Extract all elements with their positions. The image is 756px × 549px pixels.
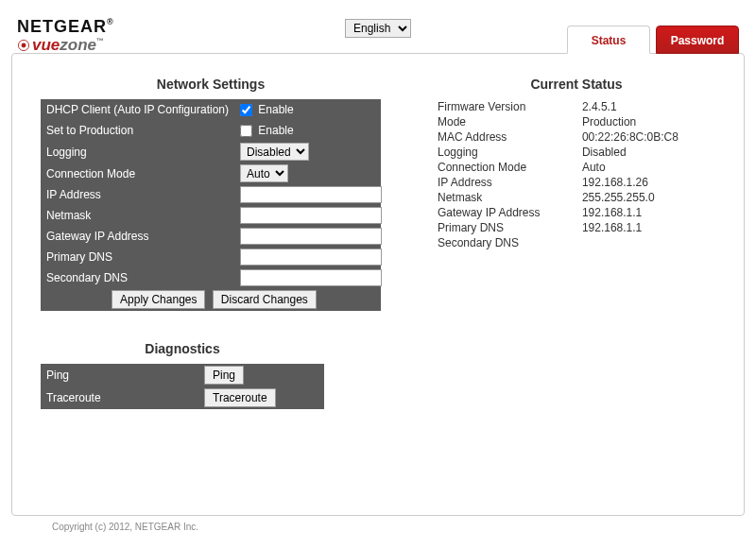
status-label: Primary DNS bbox=[438, 220, 582, 235]
status-label: Mode bbox=[438, 114, 582, 129]
diagnostics-box: Ping Ping Traceroute Traceroute bbox=[41, 364, 324, 409]
traceroute-button[interactable]: Traceroute bbox=[204, 388, 276, 407]
status-label: MAC Address bbox=[438, 129, 582, 145]
status-row: Connection ModeAuto bbox=[438, 160, 715, 175]
status-label: Connection Mode bbox=[438, 160, 582, 175]
tab-password[interactable]: Password bbox=[656, 26, 739, 54]
dhcp-enable-wrap[interactable]: Enable bbox=[240, 103, 294, 116]
dhcp-enable-text: Enable bbox=[258, 103, 293, 116]
main-panel: Network Settings DHCP Client (Auto IP Co… bbox=[11, 53, 745, 516]
sdns-input[interactable] bbox=[240, 269, 382, 286]
ping-button[interactable]: Ping bbox=[204, 366, 244, 385]
apply-changes-button[interactable]: Apply Changes bbox=[112, 290, 205, 309]
status-row: Firmware Version2.4.5.1 bbox=[438, 99, 715, 114]
status-label: Netmask bbox=[438, 190, 582, 205]
status-value: 192.168.1.1 bbox=[582, 220, 715, 235]
status-value bbox=[582, 235, 715, 250]
current-status-column: Current Status Firmware Version2.4.5.1Mo… bbox=[438, 71, 715, 250]
ip-input[interactable] bbox=[240, 186, 382, 203]
status-row: Gateway IP Address192.168.1.1 bbox=[438, 205, 715, 220]
gateway-input[interactable] bbox=[240, 228, 382, 245]
dhcp-enable-checkbox[interactable] bbox=[240, 104, 252, 116]
star-icon bbox=[17, 39, 30, 52]
language-select[interactable]: English bbox=[345, 19, 411, 38]
footer-copyright: Copyright (c) 2012, NETGEAR Inc. bbox=[0, 516, 756, 532]
status-row: Primary DNS192.168.1.1 bbox=[438, 220, 715, 235]
diagnostics-section: Diagnostics Ping Ping Traceroute Tracero… bbox=[41, 341, 324, 409]
current-status-heading: Current Status bbox=[438, 77, 715, 92]
status-row: MAC Address00:22:26:8C:0B:C8 bbox=[438, 129, 715, 145]
sdns-label: Secondary DNS bbox=[41, 267, 234, 288]
status-label: Logging bbox=[438, 145, 582, 160]
network-settings-column: Network Settings DHCP Client (Auto IP Co… bbox=[41, 71, 381, 409]
status-value: 192.168.1.1 bbox=[582, 205, 715, 220]
setprod-enable-text: Enable bbox=[258, 124, 293, 137]
status-value: 255.255.255.0 bbox=[582, 190, 715, 205]
current-status-table: Firmware Version2.4.5.1ModeProductionMAC… bbox=[438, 99, 715, 250]
setprod-enable-checkbox[interactable] bbox=[240, 125, 252, 137]
pdns-input[interactable] bbox=[240, 249, 382, 266]
logo-netgear-text: NETGEAR® bbox=[17, 18, 114, 35]
setprod-enable-wrap[interactable]: Enable bbox=[240, 124, 294, 137]
status-value: Auto bbox=[582, 160, 715, 175]
status-row: IP Address192.168.1.26 bbox=[438, 175, 715, 190]
ping-label: Ping bbox=[41, 364, 197, 386]
status-value: 192.168.1.26 bbox=[582, 175, 715, 190]
status-row: Secondary DNS bbox=[438, 235, 715, 250]
logging-select[interactable]: Disabled bbox=[240, 143, 309, 161]
status-label: Gateway IP Address bbox=[438, 205, 582, 220]
status-row: LoggingDisabled bbox=[438, 145, 715, 160]
status-label: Firmware Version bbox=[438, 99, 582, 114]
netmask-input[interactable] bbox=[240, 207, 382, 224]
logging-label: Logging bbox=[41, 141, 234, 163]
top-bar: NETGEAR® vuezone™ English Status Passwor… bbox=[0, 0, 756, 53]
network-settings-heading: Network Settings bbox=[41, 77, 381, 92]
logo-vuezone-text: vuezone™ bbox=[17, 37, 114, 53]
network-settings-box: DHCP Client (Auto IP Configuration) Enab… bbox=[41, 99, 381, 311]
ip-label: IP Address bbox=[41, 184, 234, 205]
status-value: 2.4.5.1 bbox=[582, 99, 715, 114]
traceroute-label: Traceroute bbox=[41, 386, 197, 409]
status-value: 00:22:26:8C:0B:C8 bbox=[582, 129, 715, 145]
diagnostics-heading: Diagnostics bbox=[41, 341, 324, 356]
status-value: Disabled bbox=[582, 145, 715, 160]
tab-status[interactable]: Status bbox=[567, 26, 650, 54]
language-selector-wrap: English bbox=[345, 19, 411, 38]
status-label: Secondary DNS bbox=[438, 235, 582, 250]
status-row: Netmask255.255.255.0 bbox=[438, 190, 715, 205]
discard-changes-button[interactable]: Discard Changes bbox=[213, 290, 317, 309]
netmask-label: Netmask bbox=[41, 205, 234, 226]
logo: NETGEAR® vuezone™ bbox=[17, 18, 114, 53]
tab-bar: Status Password bbox=[567, 26, 739, 54]
status-label: IP Address bbox=[438, 175, 582, 190]
status-value: Production bbox=[582, 114, 715, 129]
connmode-select[interactable]: Auto bbox=[240, 164, 288, 182]
connmode-label: Connection Mode bbox=[41, 163, 234, 184]
gateway-label: Gateway IP Address bbox=[41, 226, 234, 247]
setprod-label: Set to Production bbox=[41, 120, 234, 141]
dhcp-label: DHCP Client (Auto IP Configuration) bbox=[41, 99, 234, 120]
status-row: ModeProduction bbox=[438, 114, 715, 129]
svg-point-1 bbox=[22, 43, 26, 48]
pdns-label: Primary DNS bbox=[41, 247, 234, 267]
